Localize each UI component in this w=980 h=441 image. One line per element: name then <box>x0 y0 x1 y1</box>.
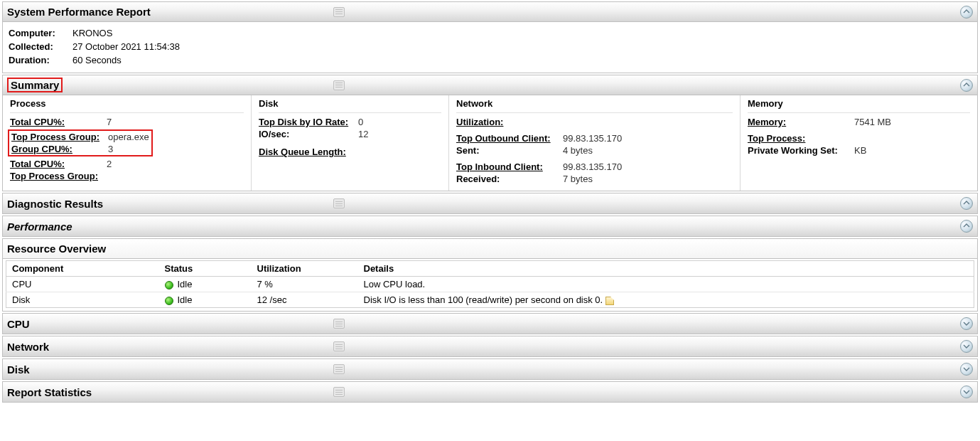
group-cpu-value: 3 <box>108 144 113 154</box>
summary-network-column: Network Utilization: Top Outbound Client… <box>449 95 741 191</box>
table-row[interactable]: Disk Idle 12 /sec Disk I/O is less than … <box>6 292 974 308</box>
collapse-button[interactable] <box>960 340 973 353</box>
cpu-section: CPU <box>2 313 978 334</box>
top-process-group2-label[interactable]: Top Process Group: <box>10 171 98 181</box>
total-cpu-value: 7 <box>107 117 112 127</box>
report-statistics-header[interactable]: Report Statistics <box>3 382 977 402</box>
chevron-up-icon <box>963 200 970 207</box>
cell-details: Low CPU load. <box>358 277 974 292</box>
total-cpu2-label[interactable]: Total CPU%: <box>10 159 65 169</box>
resource-overview-header[interactable]: Resource Overview <box>3 239 977 259</box>
collapse-button[interactable] <box>960 363 973 376</box>
summary-process-column: Process Total CPU%:7 Top Process Group:o… <box>3 95 252 191</box>
calendar-icon[interactable] <box>333 319 345 329</box>
system-performance-header[interactable]: System Performance Report <box>3 2 977 22</box>
network-section: Network <box>2 336 978 357</box>
column-header-details[interactable]: Details <box>358 261 974 277</box>
utilization-label[interactable]: Utilization: <box>456 117 503 127</box>
computer-label: Computer: <box>9 28 68 38</box>
summary-disk-column: Disk Top Disk by IO Rate:0 IO/sec:12 Dis… <box>252 95 449 191</box>
private-working-set-label: Private Working Set: <box>748 145 838 156</box>
section-title: Report Statistics <box>7 386 92 398</box>
received-value: 7 bytes <box>563 174 593 184</box>
received-label: Received: <box>456 174 500 184</box>
collapse-button[interactable] <box>960 386 973 398</box>
memory-value: 7541 MB <box>854 117 891 127</box>
column-heading: Disk <box>259 95 441 113</box>
diagnostic-results-section: Diagnostic Results <box>2 193 978 214</box>
section-title: System Performance Report <box>7 6 151 18</box>
chevron-up-icon <box>963 223 970 230</box>
cell-status: Idle <box>178 279 193 289</box>
disk-queue-label[interactable]: Disk Queue Length: <box>259 147 346 157</box>
performance-header[interactable]: Performance <box>3 216 977 236</box>
collected-label: Collected: <box>9 41 68 52</box>
disk-section: Disk <box>2 358 978 380</box>
top-inbound-value: 99.83.135.170 <box>563 161 622 172</box>
total-cpu-label[interactable]: Total CPU%: <box>10 117 65 127</box>
section-title: Network <box>7 341 49 353</box>
status-idle-icon <box>165 297 173 305</box>
system-performance-section: System Performance Report Computer:KRONO… <box>2 1 978 73</box>
total-cpu2-value: 2 <box>107 159 112 169</box>
private-working-set-value: KB <box>854 145 866 156</box>
group-cpu-label[interactable]: Group CPU%: <box>11 144 72 154</box>
computer-value: KRONOS <box>68 28 112 38</box>
calendar-icon[interactable] <box>333 7 345 17</box>
duration-label: Duration: <box>9 55 68 65</box>
top-process-group-label[interactable]: Top Process Group: <box>11 132 99 142</box>
note-icon[interactable] <box>605 297 614 305</box>
top-inbound-label[interactable]: Top Inbound Client: <box>456 161 543 172</box>
summary-memory-column: Memory Memory:7541 MB Top Process: Priva… <box>741 95 977 191</box>
diagnostic-results-header[interactable]: Diagnostic Results <box>3 193 977 213</box>
section-title: CPU <box>7 318 30 330</box>
performance-section: Performance <box>2 216 978 237</box>
calendar-icon[interactable] <box>333 341 345 351</box>
chevron-down-icon <box>963 366 970 373</box>
collapse-button[interactable] <box>960 220 973 233</box>
section-title: Resource Overview <box>7 243 106 255</box>
collapse-button[interactable] <box>960 6 973 18</box>
io-sec-value: 12 <box>358 129 368 139</box>
calendar-icon[interactable] <box>333 198 345 208</box>
cpu-header[interactable]: CPU <box>3 314 977 334</box>
chevron-down-icon <box>963 320 970 327</box>
disk-header[interactable]: Disk <box>3 359 977 379</box>
column-header-status[interactable]: Status <box>159 261 252 277</box>
io-sec-label: IO/sec: <box>259 129 289 139</box>
cell-details: Disk I/O is less than 100 (read/write) p… <box>364 294 603 305</box>
sent-label: Sent: <box>456 145 480 156</box>
calendar-icon[interactable] <box>333 364 345 374</box>
chevron-down-icon <box>963 388 970 395</box>
calendar-icon[interactable] <box>333 80 345 90</box>
memory-label[interactable]: Memory: <box>748 117 786 127</box>
report-statistics-section: Report Statistics <box>2 381 978 403</box>
cell-status: Idle <box>178 294 193 305</box>
top-process-label[interactable]: Top Process: <box>748 133 805 144</box>
status-idle-icon <box>165 281 173 289</box>
top-disk-label[interactable]: Top Disk by IO Rate: <box>259 117 348 127</box>
table-row[interactable]: CPU Idle 7 % Low CPU load. <box>6 277 974 292</box>
report-meta: Computer:KRONOS Collected:27 October 202… <box>3 22 977 73</box>
chevron-down-icon <box>963 343 970 350</box>
collapse-button[interactable] <box>960 197 973 210</box>
collapse-button[interactable] <box>960 79 973 92</box>
section-title: Diagnostic Results <box>7 198 103 210</box>
chevron-up-icon <box>963 82 970 89</box>
cell-component: Disk <box>6 292 159 308</box>
cell-utilization: 12 /sec <box>252 292 358 308</box>
network-header[interactable]: Network <box>3 336 977 356</box>
summary-header[interactable]: Summary <box>3 75 977 95</box>
duration-value: 60 Seconds <box>68 55 122 65</box>
collected-value: 27 October 2021 11:54:38 <box>68 41 180 52</box>
cell-component: CPU <box>6 277 159 292</box>
column-header-component[interactable]: Component <box>6 261 159 277</box>
top-outbound-label[interactable]: Top Outbound Client: <box>456 133 551 144</box>
column-header-utilization[interactable]: Utilization <box>252 261 358 277</box>
collapse-button[interactable] <box>960 317 973 330</box>
top-process-group-value: opera.exe <box>108 132 149 142</box>
resource-overview-table: Component Status Utilization Details CPU… <box>6 260 974 308</box>
column-heading: Process <box>10 95 244 113</box>
section-title: Performance <box>7 220 72 233</box>
calendar-icon[interactable] <box>333 387 345 397</box>
